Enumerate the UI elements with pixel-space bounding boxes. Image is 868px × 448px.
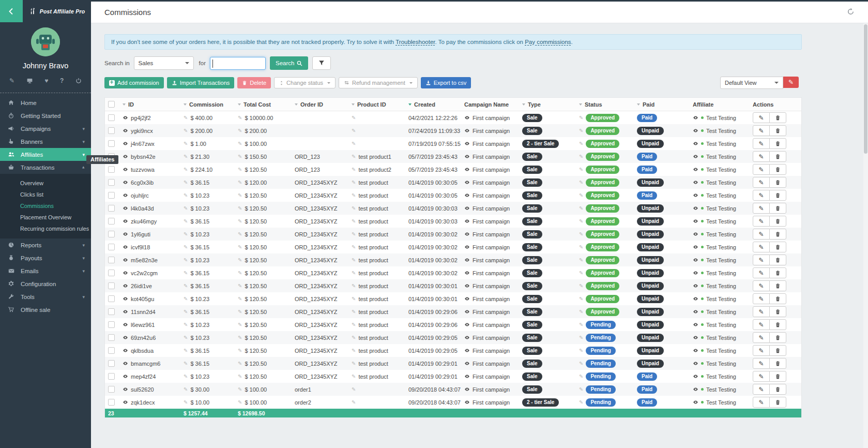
delete-row-button[interactable]: [769, 190, 786, 201]
pencil-icon[interactable]: ✎: [579, 283, 583, 289]
pencil-icon[interactable]: ✎: [238, 192, 242, 198]
eye-icon[interactable]: [464, 283, 470, 289]
pencil-icon[interactable]: ✎: [352, 257, 356, 263]
submenu-item-clicks-list[interactable]: Clicks list: [0, 189, 91, 200]
delete-row-button[interactable]: [769, 371, 786, 382]
edit-row-button[interactable]: ✎: [753, 125, 770, 136]
edit-row-button[interactable]: ✎: [753, 319, 770, 330]
pencil-icon[interactable]: ✎: [184, 128, 188, 133]
edit-row-button[interactable]: ✎: [753, 216, 770, 227]
row-checkbox[interactable]: [108, 386, 115, 393]
pay-commissions-link[interactable]: Pay commissions: [525, 39, 571, 45]
pencil-icon[interactable]: ✎: [579, 180, 583, 185]
pencil-icon[interactable]: ✎: [184, 386, 188, 392]
change-status-button[interactable]: Change status: [274, 77, 336, 88]
row-checkbox[interactable]: [108, 205, 115, 212]
edit-row-button[interactable]: ✎: [753, 164, 770, 175]
pencil-icon[interactable]: ✎: [238, 231, 242, 237]
eye-icon[interactable]: [693, 244, 698, 250]
pencil-icon[interactable]: ✎: [238, 205, 242, 211]
column-header-product-id[interactable]: Product ID: [348, 101, 405, 108]
eye-icon[interactable]: [693, 270, 698, 276]
pencil-icon[interactable]: ✎: [184, 180, 188, 185]
column-header-campaign-name[interactable]: Campaign Name: [461, 101, 519, 108]
sidebar-item-affiliates[interactable]: Affiliates ▾: [0, 148, 91, 161]
pencil-icon[interactable]: ✎: [184, 218, 188, 224]
sidebar-item-transactions[interactable]: Transactions ▾: [0, 161, 91, 174]
edit-row-button[interactable]: ✎: [753, 190, 770, 201]
edit-row-button[interactable]: ✎: [753, 293, 770, 304]
edit-row-button[interactable]: ✎: [753, 177, 770, 188]
eye-icon[interactable]: [464, 335, 470, 340]
edit-row-button[interactable]: ✎: [753, 229, 770, 240]
eye-icon[interactable]: [464, 322, 470, 327]
column-header-created[interactable]: Created: [405, 101, 461, 108]
row-checkbox[interactable]: [108, 179, 115, 186]
eye-icon[interactable]: [123, 128, 128, 133]
scrollbar[interactable]: [863, 23, 868, 448]
pencil-icon[interactable]: ✎: [579, 374, 583, 379]
view-select[interactable]: Default View: [720, 77, 783, 89]
column-header-paid[interactable]: Paid: [634, 101, 690, 108]
row-checkbox[interactable]: [108, 360, 115, 367]
edit-row-button[interactable]: ✎: [753, 255, 770, 265]
pencil-icon[interactable]: ✎: [579, 192, 583, 198]
eye-icon[interactable]: [693, 399, 698, 405]
delete-row-button[interactable]: [769, 319, 786, 330]
pencil-icon[interactable]: ✎: [579, 322, 583, 327]
pencil-icon[interactable]: ✎: [238, 348, 242, 353]
pencil-icon[interactable]: ✎: [184, 231, 188, 237]
pencil-icon[interactable]: ✎: [184, 283, 188, 289]
delete-row-button[interactable]: [769, 177, 786, 188]
pencil-icon[interactable]: ✎: [352, 192, 356, 198]
eye-icon[interactable]: [464, 128, 470, 133]
edit-row-button[interactable]: ✎: [753, 151, 770, 162]
delete-row-button[interactable]: [769, 112, 786, 123]
sidebar-item-configuration[interactable]: Configuration: [0, 277, 91, 290]
eye-icon[interactable]: [464, 348, 470, 353]
row-checkbox[interactable]: [108, 166, 115, 173]
pencil-icon[interactable]: ✎: [184, 361, 188, 366]
sidebar-item-getting-started[interactable]: Getting Started: [0, 109, 91, 122]
row-checkbox[interactable]: [108, 373, 115, 380]
edit-row-button[interactable]: ✎: [753, 384, 770, 395]
pencil-icon[interactable]: ✎: [238, 335, 242, 340]
pencil-icon[interactable]: ✎: [352, 348, 356, 353]
eye-icon[interactable]: [693, 192, 698, 198]
pencil-icon[interactable]: ✎: [352, 244, 356, 250]
pencil-icon[interactable]: ✎: [352, 218, 356, 224]
pencil-icon[interactable]: ✎: [579, 270, 583, 276]
pencil-icon[interactable]: ✎: [352, 374, 356, 379]
eye-icon[interactable]: [123, 180, 128, 185]
delete-row-button[interactable]: [769, 164, 786, 175]
row-checkbox[interactable]: [108, 334, 115, 341]
column-header-commission[interactable]: Commission: [180, 101, 235, 108]
row-checkbox[interactable]: [108, 270, 115, 276]
search-button[interactable]: Search: [270, 56, 308, 70]
delete-row-button[interactable]: [769, 384, 786, 395]
eye-icon[interactable]: [123, 167, 128, 172]
pencil-icon[interactable]: ✎: [579, 348, 583, 353]
eye-icon[interactable]: [464, 244, 470, 250]
edit-profile-icon[interactable]: ✎: [9, 77, 14, 84]
monitor-icon[interactable]: [26, 78, 33, 84]
search-in-select[interactable]: Sales: [134, 56, 194, 70]
eye-icon[interactable]: [464, 115, 470, 121]
row-checkbox[interactable]: [108, 127, 115, 134]
delete-row-button[interactable]: [769, 242, 786, 252]
eye-icon[interactable]: [123, 192, 128, 198]
delete-row-button[interactable]: [769, 280, 786, 291]
delete-row-button[interactable]: [769, 397, 786, 408]
delete-row-button[interactable]: [769, 138, 786, 149]
select-all-checkbox[interactable]: [108, 101, 115, 108]
pencil-icon[interactable]: ✎: [184, 192, 188, 198]
pencil-icon[interactable]: ✎: [238, 296, 242, 302]
pencil-icon[interactable]: ✎: [238, 257, 242, 263]
eye-icon[interactable]: [123, 399, 128, 405]
pencil-icon[interactable]: ✎: [352, 322, 356, 327]
eye-icon[interactable]: [693, 374, 698, 379]
edit-view-button[interactable]: ✎: [783, 77, 799, 88]
refund-management-button[interactable]: Refund management: [339, 77, 418, 88]
eye-icon[interactable]: [123, 141, 128, 146]
delete-row-button[interactable]: [769, 306, 786, 317]
